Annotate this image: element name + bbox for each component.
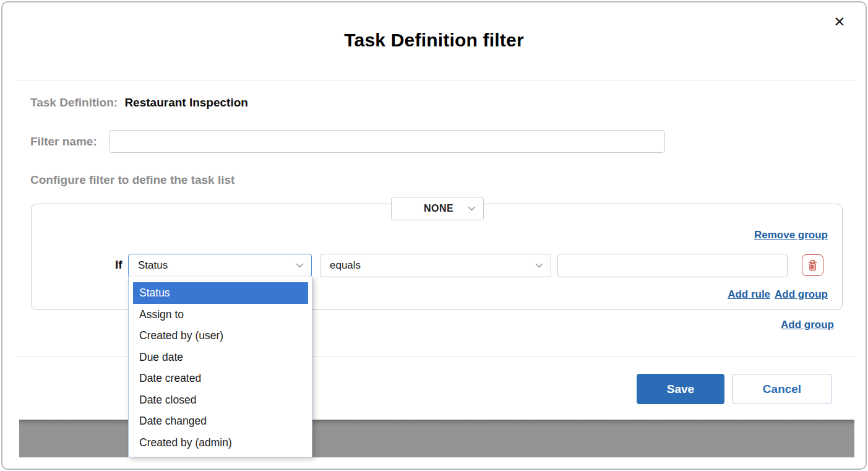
dropdown-option[interactable]: Assign to <box>129 304 312 326</box>
add-rule-link[interactable]: Add rule <box>728 288 770 301</box>
delete-rule-button[interactable] <box>802 254 823 276</box>
configure-hint: Configure filter to define the task list <box>30 173 234 187</box>
trash-icon <box>807 259 819 272</box>
if-label: If <box>115 258 122 272</box>
filter-name-input[interactable] <box>109 130 665 153</box>
task-definition-value: Restaurant Inspection <box>124 96 248 109</box>
remove-group-link[interactable]: Remove group <box>754 229 828 241</box>
cancel-button[interactable]: Cancel <box>732 374 832 404</box>
rule-value-input[interactable] <box>557 254 788 277</box>
task-definition-label: Task Definition: <box>30 96 118 109</box>
dropdown-option[interactable]: Date created <box>129 368 312 389</box>
field-dropdown: StatusAssign toCreated by (user)Due date… <box>128 277 312 457</box>
chevron-down-icon <box>296 263 304 268</box>
conjunction-value: NONE <box>410 203 453 214</box>
chevron-down-icon <box>535 263 543 268</box>
rule-field-value: Status <box>138 259 168 272</box>
header-divider <box>18 80 854 80</box>
rule-operator-value: equals <box>330 259 361 272</box>
dropdown-option[interactable]: Created by (admin) <box>129 432 312 454</box>
outer-add-group-link[interactable]: Add group <box>781 319 834 331</box>
close-icon: ✕ <box>833 14 845 30</box>
dropdown-option[interactable]: Created by (user) <box>129 325 312 347</box>
rule-operator-select[interactable]: equals <box>320 254 551 277</box>
filter-name-label: Filter name: <box>30 135 97 149</box>
add-group-link[interactable]: Add group <box>775 288 828 301</box>
task-definition-row: Task Definition: Restaurant Inspection <box>30 96 248 110</box>
conjunction-select[interactable]: NONE <box>391 197 484 220</box>
rule-field-select[interactable]: Status <box>128 254 312 277</box>
modal-dialog: ✕ Task Definition filter Task Definition… <box>1 1 867 470</box>
dropdown-option[interactable]: Date closed <box>129 389 312 411</box>
close-button[interactable]: ✕ <box>829 11 850 32</box>
chevron-down-icon <box>468 206 476 211</box>
save-button[interactable]: Save <box>637 374 724 404</box>
dropdown-option[interactable]: Status <box>133 282 308 304</box>
rule-links-row: Add rule Add group <box>728 288 828 301</box>
dropdown-option[interactable]: Date changed <box>129 410 312 432</box>
dropdown-option[interactable]: Due date <box>129 347 312 368</box>
field-dropdown-list: StatusAssign toCreated by (user)Due date… <box>129 277 312 453</box>
page-title: Task Definition filter <box>2 30 866 51</box>
